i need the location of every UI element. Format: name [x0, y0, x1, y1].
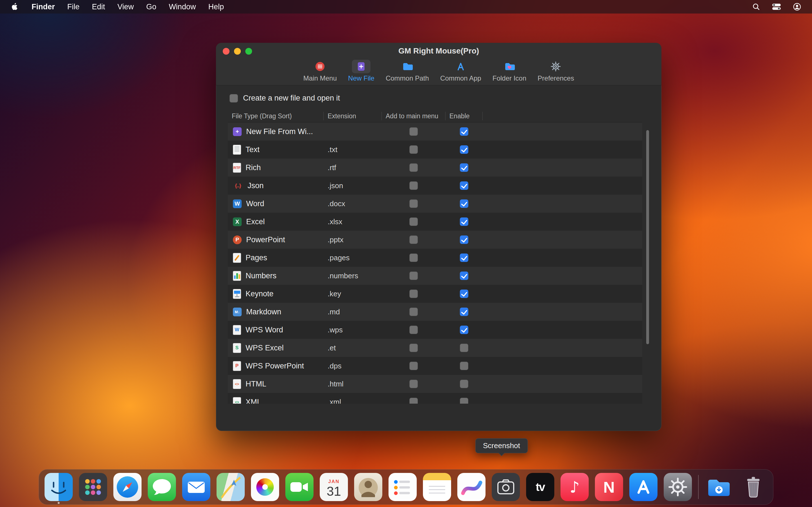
apple-menu-icon[interactable] — [10, 3, 19, 11]
gm-right-mouse-window: GM Right Mouse(Pro) Main Menu New File — [216, 43, 661, 431]
dock-facetime-icon[interactable] — [285, 473, 313, 501]
toolbar-preferences[interactable]: Preferences — [538, 60, 574, 82]
dock-music-icon[interactable]: ♪ — [560, 473, 589, 501]
user-menu-icon[interactable] — [793, 3, 801, 11]
common-app-icon — [451, 60, 470, 73]
table-row[interactable]: {..} Json .json — [228, 177, 642, 194]
dock-trash-icon[interactable] — [739, 473, 767, 501]
running-indicator — [58, 502, 60, 504]
table-row[interactable]: Pages .pages — [228, 249, 642, 267]
menu-file[interactable]: File — [67, 3, 80, 11]
dock-safari-icon[interactable] — [113, 473, 142, 501]
dock-launchpad-icon[interactable] — [79, 473, 107, 501]
menu-help[interactable]: Help — [208, 3, 224, 11]
add-to-menu-checkbox[interactable] — [409, 163, 418, 172]
dock-settings-icon[interactable] — [664, 473, 692, 501]
dock-calendar-icon[interactable]: JAN 31 — [320, 473, 348, 501]
menu-go[interactable]: Go — [146, 3, 156, 11]
enable-checkbox[interactable] — [460, 181, 468, 190]
add-to-menu-checkbox[interactable] — [409, 253, 418, 262]
table-row[interactable]: RTF Rich .rtf — [228, 159, 642, 177]
table-row[interactable]: X Excel .xlsx — [228, 213, 642, 231]
enable-checkbox[interactable] — [460, 344, 468, 352]
table-row[interactable]: + New File From Wi... — [228, 122, 642, 140]
menu-app-name[interactable]: Finder — [32, 3, 55, 11]
file-type-icon — [233, 253, 241, 263]
add-to-menu-checkbox[interactable] — [409, 200, 418, 208]
enable-checkbox[interactable] — [460, 290, 468, 298]
add-to-menu-checkbox[interactable] — [409, 217, 418, 226]
control-center-icon[interactable] — [772, 3, 781, 10]
create-file-checkbox[interactable] — [230, 94, 238, 103]
toolbar-main-menu[interactable]: Main Menu — [303, 60, 337, 82]
file-type-icon — [233, 289, 241, 299]
add-to-menu-checkbox[interactable] — [409, 362, 418, 370]
enable-checkbox[interactable] — [460, 398, 468, 404]
dock-photos-icon[interactable] — [251, 473, 279, 501]
enable-checkbox[interactable] — [460, 253, 468, 262]
add-to-menu-checkbox[interactable] — [409, 326, 418, 334]
menu-edit[interactable]: Edit — [92, 3, 105, 11]
toolbar-common-app[interactable]: Common App — [440, 60, 481, 82]
table-row[interactable]: Keynote .key — [228, 285, 642, 303]
dock-maps-icon[interactable] — [216, 473, 245, 501]
table-row[interactable]: W WPS Word .wps — [228, 321, 642, 339]
enable-checkbox[interactable] — [460, 163, 468, 172]
add-to-menu-checkbox[interactable] — [409, 307, 418, 316]
add-to-menu-checkbox[interactable] — [409, 290, 418, 298]
toolbar-new-file[interactable]: New File — [348, 60, 374, 82]
add-to-menu-checkbox[interactable] — [409, 127, 418, 136]
file-type-name: Excel — [246, 217, 265, 226]
enable-checkbox[interactable] — [460, 380, 468, 388]
main-menu-icon — [311, 60, 329, 73]
enable-checkbox[interactable] — [460, 272, 468, 280]
table-row[interactable]: P PowerPoint .pptx — [228, 231, 642, 249]
create-file-option[interactable]: Create a new file and open it — [230, 94, 661, 103]
dock-finder-icon[interactable] — [45, 473, 73, 501]
add-to-menu-checkbox[interactable] — [409, 380, 418, 388]
enable-checkbox[interactable] — [460, 362, 468, 370]
file-extension: .key — [327, 290, 341, 298]
dock-freeform-icon[interactable] — [457, 473, 486, 501]
dock-messages-icon[interactable] — [148, 473, 176, 501]
toolbar-folder-icon[interactable]: Folder Icon — [493, 60, 526, 82]
enable-checkbox[interactable] — [460, 145, 468, 154]
add-to-menu-checkbox[interactable] — [409, 344, 418, 352]
add-to-menu-checkbox[interactable] — [409, 181, 418, 190]
enable-checkbox[interactable] — [460, 307, 468, 316]
dock-mail-icon[interactable] — [182, 473, 210, 501]
add-to-menu-checkbox[interactable] — [409, 272, 418, 280]
dock-reminders-icon[interactable] — [389, 473, 417, 501]
dock-downloads-icon[interactable] — [705, 473, 733, 501]
dock-notes-icon[interactable] — [423, 473, 451, 501]
add-to-menu-checkbox[interactable] — [409, 145, 418, 154]
enable-checkbox[interactable] — [460, 200, 468, 208]
add-to-menu-checkbox[interactable] — [409, 235, 418, 244]
dock-contacts-icon[interactable] — [354, 473, 382, 501]
file-extension: .xlsx — [327, 217, 342, 226]
table-row[interactable]: <> HTML .html — [228, 375, 642, 393]
table-row[interactable]: <> XML .xml — [228, 393, 642, 404]
enable-checkbox[interactable] — [460, 235, 468, 244]
table-row[interactable]: Text .txt — [228, 140, 642, 159]
table-row[interactable]: S WPS Excel .et — [228, 339, 642, 357]
dock-screenshot-icon[interactable] — [492, 473, 520, 501]
add-to-menu-checkbox[interactable] — [409, 398, 418, 404]
enable-checkbox[interactable] — [460, 217, 468, 226]
toolbar-label: Preferences — [538, 74, 574, 82]
enable-checkbox[interactable] — [460, 127, 468, 136]
scrollbar-thumb[interactable] — [646, 130, 649, 344]
table-row[interactable]: M↓ Markdown .md — [228, 303, 642, 321]
table-row[interactable]: W Word .docx — [228, 194, 642, 213]
enable-checkbox[interactable] — [460, 326, 468, 334]
toolbar-common-path[interactable]: Common Path — [386, 60, 429, 82]
menu-window[interactable]: Window — [169, 3, 196, 11]
search-icon[interactable] — [752, 3, 760, 11]
dock-news-icon[interactable]: N — [595, 473, 623, 501]
table-row[interactable]: P WPS PowerPoint .dps — [228, 357, 642, 375]
menu-view[interactable]: View — [117, 3, 134, 11]
dock-tv-icon[interactable]: tv — [526, 473, 554, 501]
dock-appstore-icon[interactable] — [629, 473, 658, 501]
table-row[interactable]: Numbers .numbers — [228, 267, 642, 285]
file-extension: .rtf — [327, 163, 336, 172]
